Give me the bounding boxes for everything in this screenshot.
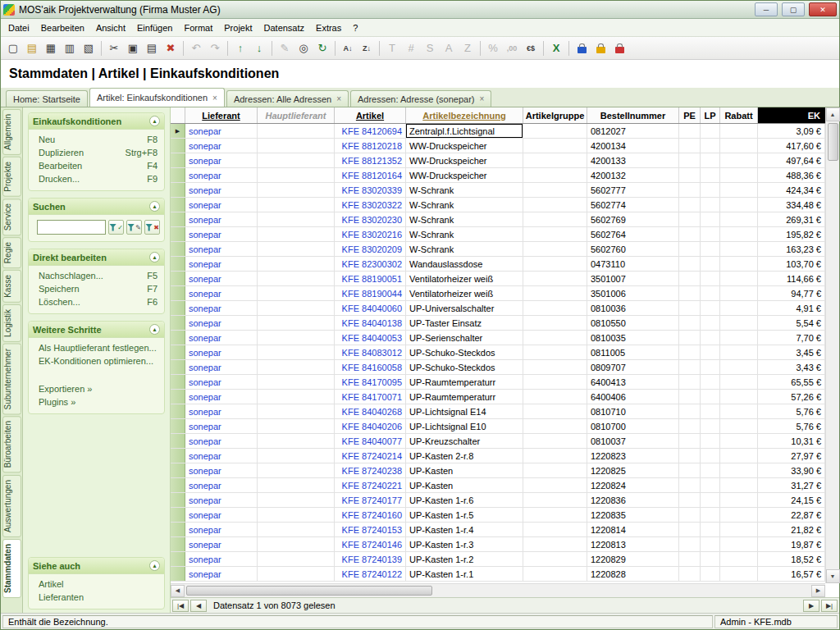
scroll-down-icon[interactable]: ▼	[826, 569, 840, 583]
cell-artikelgruppe[interactable]	[523, 434, 587, 448]
menu-item[interactable]: Einfügen	[131, 21, 178, 35]
cell-pe[interactable]	[679, 375, 701, 389]
cell-artikelbezeichnung[interactable]: Ventilatorheizer weiß	[406, 286, 523, 300]
cell-artikel[interactable]: KFE 87240160	[335, 508, 406, 522]
row-selector[interactable]	[171, 419, 185, 433]
row-selector[interactable]	[171, 139, 185, 153]
cell-artikelbezeichnung[interactable]: UP-Kasten	[406, 478, 523, 492]
cell-artikel[interactable]: KFE 88190051	[335, 272, 406, 285]
row-selector[interactable]	[171, 375, 185, 389]
cell-artikelgruppe[interactable]	[523, 301, 587, 315]
cell-lieferant[interactable]: sonepar	[185, 508, 258, 522]
cell-lieferant[interactable]: sonepar	[185, 390, 258, 404]
cell-lp[interactable]	[701, 227, 720, 241]
cell-ek[interactable]: 334,48 €	[758, 198, 825, 212]
menu-item[interactable]: Datei	[2, 21, 35, 35]
cell-artikelgruppe[interactable]	[523, 478, 587, 492]
cell-ek[interactable]: 163,23 €	[758, 242, 825, 256]
sidebar-action[interactable]: Speichern F7	[37, 282, 162, 295]
first-record-button[interactable]: |◀	[172, 600, 189, 612]
cell-bestellnummer[interactable]: 3501006	[587, 286, 679, 300]
cell-ek[interactable]: 31,27 €	[758, 478, 825, 492]
cell-ek[interactable]: 33,90 €	[758, 463, 825, 477]
table-row[interactable]: sonepar KFE 88190051 Ventilatorheizer we…	[171, 272, 825, 286]
cell-artikel[interactable]: KFE 84040138	[335, 316, 406, 330]
cell-ek[interactable]: 424,34 €	[758, 183, 825, 197]
cell-pe[interactable]	[679, 552, 701, 566]
cell-artikelbezeichnung[interactable]: W-Schrank	[406, 242, 523, 256]
table-row[interactable]: sonepar KFE 87240238 UP-Kasten 1220825 3…	[171, 463, 825, 478]
cell-ek[interactable]: 3,45 €	[758, 345, 825, 359]
header-bestellnummer[interactable]: Bestellnummer	[587, 107, 679, 123]
section-header[interactable]: Einkaufskonditionen ▴	[29, 113, 164, 130]
open-folder-icon[interactable]: ▤	[23, 39, 41, 57]
cell-bestellnummer[interactable]: 1220813	[587, 537, 679, 551]
cell-pe[interactable]	[679, 463, 701, 477]
cell-rabatt[interactable]	[720, 198, 758, 212]
cell-ek[interactable]: 103,70 €	[758, 257, 825, 271]
cell-bestellnummer[interactable]: 1220836	[587, 493, 679, 507]
sort-descending-icon[interactable]: Z↓	[358, 39, 376, 57]
cell-artikel[interactable]: KFE 88120218	[335, 139, 406, 153]
copy-icon[interactable]: ▣	[124, 39, 142, 57]
cell-artikelbezeichnung[interactable]: WW-Druckspeicher	[406, 168, 523, 182]
header-ek[interactable]: EK	[758, 107, 825, 123]
cell-artikelbezeichnung[interactable]: WW-Druckspeicher	[406, 139, 523, 153]
cell-artikelgruppe[interactable]	[523, 212, 587, 226]
table-row[interactable]: sonepar KFE 84083012 UP-Schuko-Steckdos …	[171, 345, 825, 360]
section-header[interactable]: Siehe auch ▴	[29, 558, 164, 574]
cell-rabatt[interactable]	[720, 153, 758, 167]
cell-artikelbezeichnung[interactable]: UP-Raumtemperaturr	[406, 390, 523, 404]
cell-ek[interactable]: 195,82 €	[758, 227, 825, 241]
cell-hauptlieferant[interactable]	[258, 212, 335, 226]
cell-bestellnummer[interactable]: 1220825	[587, 463, 679, 477]
cell-hauptlieferant[interactable]	[258, 375, 335, 389]
cell-bestellnummer[interactable]: 5602760	[587, 242, 679, 256]
cell-hauptlieferant[interactable]	[258, 198, 335, 212]
cell-artikel[interactable]: KFE 84040268	[335, 404, 406, 418]
row-selector[interactable]	[171, 434, 185, 448]
cell-hauptlieferant[interactable]	[258, 227, 335, 241]
cell-lp[interactable]	[701, 212, 720, 226]
cell-artikelgruppe[interactable]	[523, 493, 587, 507]
cell-lp[interactable]	[701, 493, 720, 507]
cell-lp[interactable]	[701, 316, 720, 330]
table-row[interactable]: sonepar KFE 83020230 W-Schrank 5602769 2…	[171, 212, 825, 227]
cell-artikelbezeichnung[interactable]: UP-Lichtsignal E14	[406, 404, 523, 418]
cell-lieferant[interactable]: sonepar	[185, 242, 258, 256]
table-row[interactable]: sonepar KFE 87240153 UP-Kasten 1-r.4 122…	[171, 523, 825, 537]
cell-lieferant[interactable]: sonepar	[185, 198, 258, 212]
cell-hauptlieferant[interactable]	[258, 257, 335, 271]
cell-ek[interactable]: 94,77 €	[758, 286, 825, 300]
cell-pe[interactable]	[679, 124, 701, 138]
cell-bestellnummer[interactable]: 1220824	[587, 478, 679, 492]
cell-hauptlieferant[interactable]	[258, 567, 335, 581]
section-header[interactable]: Weitere Schritte ▴	[29, 322, 164, 338]
cell-artikel[interactable]: KFE 83020216	[335, 227, 406, 241]
last-record-button[interactable]: ▶|	[821, 600, 838, 612]
menu-item[interactable]: Extras	[310, 21, 347, 35]
cell-lieferant[interactable]: sonepar	[185, 257, 258, 271]
minimize-button[interactable]: ─	[755, 2, 778, 16]
cell-pe[interactable]	[679, 523, 701, 536]
cell-pe[interactable]	[679, 390, 701, 404]
cell-pe[interactable]	[679, 286, 701, 300]
cell-hauptlieferant[interactable]	[258, 537, 335, 551]
cell-bestellnummer[interactable]: 0810036	[587, 301, 679, 315]
sidebar-action[interactable]: Nachschlagen... F5	[37, 269, 162, 282]
cell-bestellnummer[interactable]: 0811005	[587, 345, 679, 359]
cell-pe[interactable]	[679, 331, 701, 345]
cell-lieferant[interactable]: sonepar	[185, 227, 258, 241]
cell-artikelgruppe[interactable]	[523, 419, 587, 433]
cell-lp[interactable]	[701, 508, 720, 522]
cell-hauptlieferant[interactable]	[258, 316, 335, 330]
cell-ek[interactable]: 5,54 €	[758, 316, 825, 330]
cell-lp[interactable]	[701, 198, 720, 212]
cell-lieferant[interactable]: sonepar	[185, 567, 258, 581]
cell-hauptlieferant[interactable]	[258, 404, 335, 418]
cell-pe[interactable]	[679, 316, 701, 330]
sidebar-action[interactable]: Löschen... F6	[37, 295, 162, 308]
cell-rabatt[interactable]	[720, 478, 758, 492]
cell-pe[interactable]	[679, 153, 701, 167]
cell-artikelbezeichnung[interactable]: UP-Kasten 1-r.4	[406, 523, 523, 536]
